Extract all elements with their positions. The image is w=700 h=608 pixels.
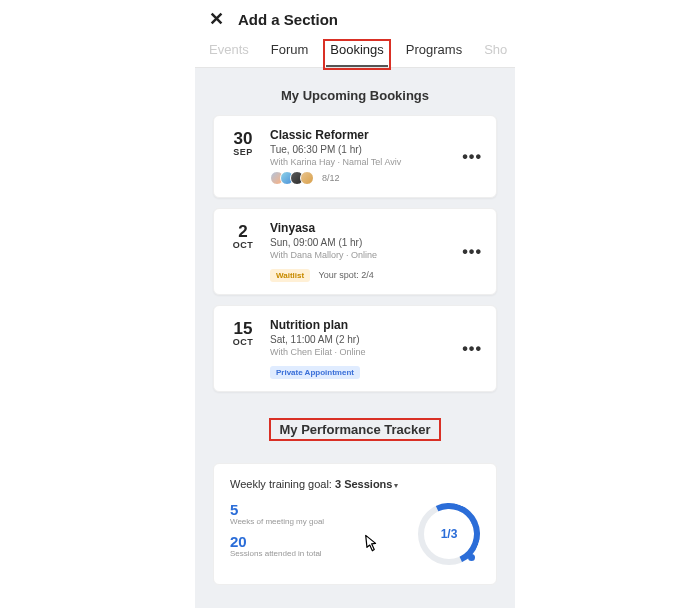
more-menu-icon[interactable]: ••• [462, 243, 482, 261]
tracker-body: 5 Weeks of meeting my goal 20 Sessions a… [230, 502, 480, 566]
tab-events[interactable]: Events [209, 42, 249, 67]
upcoming-title: My Upcoming Bookings [213, 88, 497, 103]
date-month: OCT [228, 337, 258, 347]
waitlist-badge: Waitlist [270, 269, 310, 282]
more-menu-icon[interactable]: ••• [462, 148, 482, 166]
tracker-title: My Performance Tracker [271, 420, 438, 439]
booking-name: Nutrition plan [270, 318, 450, 332]
sessions-num: 20 [230, 534, 418, 549]
goal-selector[interactable]: Weekly training goal: 3 Sessions▾ [230, 478, 480, 490]
tab-programs[interactable]: Programs [406, 42, 462, 67]
booking-card[interactable]: 30 SEP Classic Reformer Tue, 06:30 PM (1… [213, 115, 497, 198]
add-section-modal: ✕ Add a Section Events Forum Bookings Pr… [195, 0, 515, 608]
tabs-bar: Events Forum Bookings Programs Sho [195, 36, 515, 68]
card-body: Classic Reformer Tue, 06:30 PM (1 hr) Wi… [270, 128, 450, 185]
booking-meta: With Chen Eilat · Online [270, 347, 450, 357]
tab-forum[interactable]: Forum [271, 42, 309, 67]
private-badge: Private Appointment [270, 366, 360, 379]
date-day: 2 [228, 223, 258, 240]
booking-time: Sat, 11:00 AM (2 hr) [270, 334, 450, 345]
close-icon[interactable]: ✕ [209, 10, 224, 28]
chevron-down-icon: ▾ [394, 481, 398, 490]
booking-meta: With Karina Hay · Namal Tel Aviv [270, 157, 450, 167]
date-day: 30 [228, 130, 258, 147]
booking-meta: With Dana Mallory · Online [270, 250, 450, 260]
date-month: OCT [228, 240, 258, 250]
tab-bookings[interactable]: Bookings [326, 42, 387, 67]
progress-ring: 1/3 [418, 503, 480, 565]
date-badge: 2 OCT [228, 221, 258, 250]
booking-time: Tue, 06:30 PM (1 hr) [270, 144, 450, 155]
modal-content: My Upcoming Bookings 30 SEP Classic Refo… [195, 68, 515, 608]
avatars [270, 171, 314, 185]
avatars-row: 8/12 [270, 171, 450, 185]
weeks-num: 5 [230, 502, 418, 517]
stats: 5 Weeks of meeting my goal 20 Sessions a… [230, 502, 418, 566]
more-menu-icon[interactable]: ••• [462, 340, 482, 358]
goal-value: 3 Sessions [335, 478, 392, 490]
booking-card[interactable]: 2 OCT Vinyasa Sun, 09:00 AM (1 hr) With … [213, 208, 497, 295]
progress-text: 1/3 [418, 503, 480, 565]
card-body: Nutrition plan Sat, 11:00 AM (2 hr) With… [270, 318, 450, 379]
tracker-card: Weekly training goal: 3 Sessions▾ 5 Week… [213, 463, 497, 585]
date-badge: 15 OCT [228, 318, 258, 347]
badge-row: Waitlist Your spot: 2/4 [270, 264, 450, 282]
goal-prefix: Weekly training goal: [230, 478, 335, 490]
booking-time: Sun, 09:00 AM (1 hr) [270, 237, 450, 248]
modal-header: ✕ Add a Section [195, 0, 515, 36]
booking-name: Classic Reformer [270, 128, 450, 142]
weeks-label: Weeks of meeting my goal [230, 517, 418, 526]
card-body: Vinyasa Sun, 09:00 AM (1 hr) With Dana M… [270, 221, 450, 282]
date-badge: 30 SEP [228, 128, 258, 157]
tab-shop[interactable]: Sho [484, 42, 507, 67]
badge-row: Private Appointment [270, 361, 450, 379]
booking-name: Vinyasa [270, 221, 450, 235]
date-month: SEP [228, 147, 258, 157]
attendee-count: 8/12 [322, 173, 340, 183]
sessions-label: Sessions attended in total [230, 549, 418, 558]
spot-text: Your spot: 2/4 [319, 270, 374, 280]
date-day: 15 [228, 320, 258, 337]
avatar-icon [300, 171, 314, 185]
booking-card[interactable]: 15 OCT Nutrition plan Sat, 11:00 AM (2 h… [213, 305, 497, 392]
modal-title: Add a Section [238, 11, 338, 28]
